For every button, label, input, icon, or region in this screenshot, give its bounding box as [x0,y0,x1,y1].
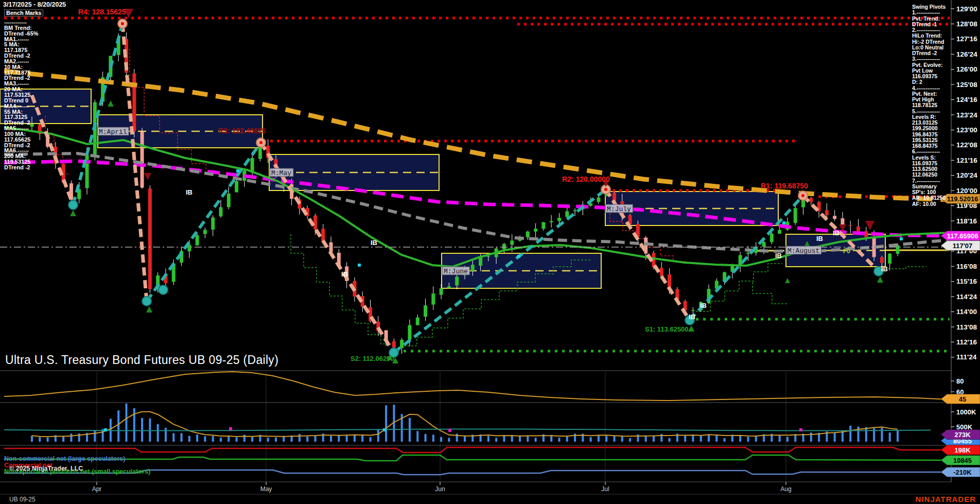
price-tick-label: 118'16 [956,217,977,225]
volume-bar [834,432,836,442]
volume-bar [212,436,214,442]
volume-bar [448,438,450,442]
pivot-dot [358,264,361,267]
candle-body [809,198,813,202]
candle-body [400,340,404,348]
f0-label: F0 [843,248,850,255]
price-tick-label: 123'00 [956,126,977,134]
ib-label: IB [775,252,782,259]
candle-body [849,225,852,226]
candle-body [526,232,530,237]
volume-bar [755,436,757,442]
swing-pivot-low [142,297,151,306]
volume-bar [566,437,568,442]
price-tick-label: 126'24 [956,50,977,58]
price-tick-label: 116'08 [956,263,977,270]
swing-pivots-line: 1.------------- [912,10,946,15]
ib-label: IB [371,239,377,247]
candle-body [141,131,144,187]
cot-index-line [4,372,950,401]
month-box-label: M:July [607,205,631,213]
volume-bar [141,418,143,442]
candle-body [227,194,231,207]
volume-bar [605,436,607,442]
volume-bar [227,436,230,442]
price-tick-label: 126'00 [956,65,977,73]
pivot-dot [517,255,520,258]
volume-bar [865,427,867,442]
candle-body [471,265,475,271]
volume-pivot-dot [448,429,451,432]
volume-bar [849,426,851,442]
price-tag-value: -210K [953,468,972,476]
candle-body [644,238,647,254]
candle-body [794,208,797,223]
candle-body [251,158,254,171]
chart-title: Ultra U.S. Treasury Bond Futures UB 09-2… [5,353,278,367]
volume-bar [370,437,372,442]
up-triangle-marker [70,210,76,216]
chart-area[interactable]: M:AprilM:MayM:JuneM:JulyM:AugustIBIBIBIB… [0,0,980,504]
candle-body [833,216,836,219]
volume-bar [354,435,356,442]
swing-pivots-line: D: 2 [912,79,946,85]
volume-bar [125,404,127,442]
nonreportable-net-line [4,455,950,461]
volume-bar [346,436,348,442]
volume-bar [669,438,671,442]
month-box-label: M:August [787,247,819,255]
swing-pivots-line: 112.06250 [912,172,946,178]
benchmarks-line: 10 MA: [4,64,39,70]
level-label: R1: 119.68750 [761,182,808,190]
volume-bar [889,432,891,442]
volume-bar [385,406,387,442]
volume-bar [881,428,883,442]
swing-pivots-line: 3.------------- [912,56,946,62]
price-tick-label: 115'16 [956,277,977,285]
benchmarks-line: DTrend -2 [4,165,39,170]
month-label: Jul [601,485,609,493]
volume-bar [165,428,167,442]
candle-body [431,293,435,304]
benchmarks-line: 117.65625 [4,137,39,143]
volume-bar [377,429,379,442]
month-label: Aug [780,485,791,493]
volume-bar [39,437,41,442]
volume-bar [236,437,238,442]
volume-bar [495,438,497,442]
candle-body [550,221,553,222]
swing-pivot-dot [259,141,262,144]
candle-body [203,230,207,234]
candle-body [479,257,482,266]
price-tick-label: 125'08 [956,81,977,89]
instrument-tab[interactable]: UB 09-25 [9,496,36,503]
candle-body [447,286,451,288]
candle-body [825,210,829,215]
price-tick-label: 127'16 [956,35,977,43]
swing-pivot-low [159,285,168,294]
ninjatrader-logo: NINJATRADER [916,495,976,503]
volume-bar [62,437,64,442]
candle-body [455,276,459,285]
swing-pivots-readout: Swing Pivots1.-------------Pvt. Trend:DT… [912,4,946,207]
swing-pivots-line: 6.------------- [912,149,946,154]
candle-body [573,210,577,211]
chart-window: M:AprilM:MayM:JuneM:JulyM:AugustIBIBIBIB… [0,0,980,504]
volume-bar [432,435,434,442]
stop-staircase-green [888,267,926,269]
level-label: R2: 120.00000 [562,175,610,183]
volume-bar [786,437,789,442]
volume-bar [361,435,363,442]
volume-bar [747,437,749,442]
candle-body [321,229,325,241]
indicator-tick-label: 1000K [956,408,976,416]
candle-body [408,325,411,339]
volume-bar [149,419,151,442]
commercial-net-line [4,447,950,453]
candle-body [597,198,600,202]
stop-staircase-green [291,234,391,344]
ib-label: IB [700,302,707,309]
candle-body [416,318,419,325]
volume-bar [47,438,49,442]
candle-body [841,218,844,225]
